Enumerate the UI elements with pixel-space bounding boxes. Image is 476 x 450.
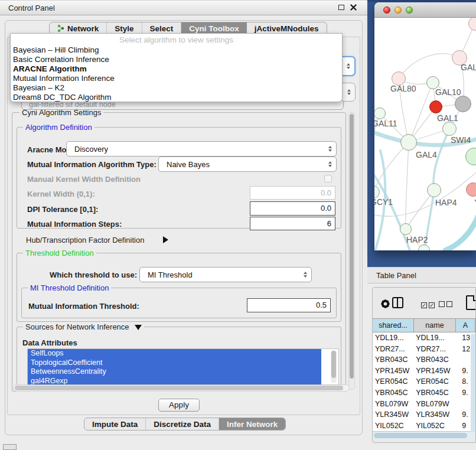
table-cell[interactable]: YPR145W	[413, 366, 455, 377]
network-node-gal1[interactable]	[429, 100, 442, 113]
collapse-down-icon[interactable]	[135, 325, 142, 330]
table-cell[interactable]: YDL19...	[413, 332, 455, 344]
spinner-icon	[347, 89, 351, 95]
tab-infer-network[interactable]: Infer Network	[219, 418, 285, 430]
bottom-tabbar: Impute Data Discretize Data Infer Networ…	[84, 418, 286, 431]
table-row[interactable]: YBL079WYBL079W	[373, 399, 475, 410]
network-window-titlebar[interactable]	[374, 2, 476, 18]
table-panel-title: Table Panel	[376, 271, 416, 280]
aracne-mode-combobox[interactable]: Discovery	[66, 141, 337, 156]
minimize-light-icon[interactable]	[395, 6, 402, 14]
node-label: SWI4	[451, 135, 471, 145]
network-node-hap4[interactable]	[427, 183, 441, 197]
tab-network-label: Network	[67, 24, 99, 33]
tab-style[interactable]: Style	[107, 22, 142, 34]
kernel-width-input[interactable]: 0.0	[250, 186, 335, 200]
table-vertical-scrollbar[interactable]	[471, 334, 475, 432]
network-node-y[interactable]	[466, 182, 476, 197]
gear-icon[interactable]	[380, 298, 391, 311]
table-row[interactable]: YIL052CYIL052C9	[373, 420, 475, 431]
unchecked-pair-icon[interactable]	[439, 300, 454, 309]
network-node-gal4[interactable]	[400, 134, 417, 151]
table-cell[interactable]: YDL19...	[373, 332, 413, 344]
tab-discretize-data[interactable]: Discretize Data	[146, 418, 219, 430]
data-attribute-item[interactable]: TopologicalCoefficient	[28, 358, 321, 368]
column-header-name[interactable]: name	[414, 319, 456, 332]
close-light-icon[interactable]	[383, 6, 390, 14]
split-columns-icon[interactable]	[392, 297, 403, 308]
algorithm-option[interactable]: ARACNE Algorithm	[11, 64, 342, 74]
table-cell[interactable]: YPR145W	[373, 366, 413, 377]
table-cell[interactable]: YDR27...	[413, 344, 455, 355]
algorithm-option[interactable]: Bayesian – K2	[11, 83, 342, 93]
expand-right-icon[interactable]	[163, 236, 168, 243]
tab-cyni-toolbox[interactable]: Cyni Toolbox	[181, 22, 247, 34]
mi-type-combobox[interactable]: Naive Bayes	[158, 156, 337, 172]
table-cell[interactable]: YDR27...	[373, 344, 413, 355]
window-close-icon[interactable]	[350, 4, 357, 11]
table-row[interactable]: YER054CYER054C8.	[373, 376, 475, 387]
network-view-window[interactable]: GAL7GAL80GAL10GAL1GAL11SWI4GAL4GCY1HAP4Y…	[374, 2, 476, 250]
network-canvas[interactable]: GAL7GAL80GAL10GAL1GAL11SWI4GAL4GCY1HAP4Y…	[374, 18, 476, 250]
tab-jactivemnodules[interactable]: jActiveMNodules	[247, 22, 327, 34]
table-row[interactable]: YBR045CYBR045C9.	[373, 387, 475, 399]
table-panel: ✓✓ shared... name A YDL19...YDL19...13YD…	[372, 287, 476, 443]
table-cell[interactable]: YIL052C	[373, 420, 413, 431]
data-attribute-item[interactable]: SelfLoops	[28, 349, 321, 358]
node-label: GAL4	[416, 150, 437, 159]
spinner-icon	[328, 146, 332, 152]
apply-button[interactable]: Apply	[158, 399, 200, 412]
mi-steps-label: Mutual Information Steps:	[27, 220, 122, 229]
sources-title: Sources for Network Inference	[23, 322, 144, 331]
tab-impute-data[interactable]: Impute Data	[84, 418, 146, 430]
which-threshold-combobox[interactable]: MI Threshold	[139, 267, 312, 282]
network-tab-icon	[57, 24, 64, 32]
algorithm-option[interactable]: Dream8 DC_TDC Algorithm	[11, 93, 342, 102]
settings-horizontal-scrollbar[interactable]	[13, 384, 350, 392]
table-cell[interactable]: YBR045C	[413, 387, 455, 399]
window-float-icon[interactable]	[338, 5, 344, 10]
tab-select[interactable]: Select	[142, 22, 182, 34]
column-header-partial[interactable]: A	[456, 319, 475, 332]
table-cell[interactable]: YLR345W	[413, 409, 455, 420]
table-row[interactable]: YBR043CYBR043C	[373, 354, 475, 366]
table-horizontal-scrollbar[interactable]	[373, 431, 475, 439]
zoom-light-icon[interactable]	[406, 6, 413, 14]
table-cell[interactable]: YBL079W	[413, 399, 455, 410]
data-attribute-item[interactable]: gal4RGexp	[28, 377, 321, 386]
column-header-shared-name[interactable]: shared...	[373, 319, 414, 332]
table-cell[interactable]: YLR345W	[373, 409, 413, 420]
bottom-left-widget[interactable]	[3, 444, 17, 450]
algorithm-option[interactable]: Mutual Information Inference	[11, 74, 342, 83]
network-node[interactable]	[455, 96, 471, 112]
manual-kernel-checkbox[interactable]	[324, 175, 332, 182]
network-node-swi4[interactable]	[442, 122, 457, 136]
table-cell[interactable]: YBR043C	[413, 354, 455, 366]
table-panel-titlebar: Table Panel	[367, 267, 476, 283]
table-row[interactable]: YDL19...YDL19...13	[373, 332, 475, 344]
mi-steps-input[interactable]: 6	[250, 217, 335, 230]
table-cell[interactable]: YBL079W	[373, 399, 413, 410]
data-attribute-item[interactable]: BetweennessCentrality	[28, 367, 321, 377]
network-node-hap2[interactable]	[400, 223, 412, 235]
algorithm-option[interactable]: Bayesian – Hill Climbing	[11, 45, 342, 55]
checked-pair-icon[interactable]: ✓✓	[421, 300, 436, 309]
list-vertical-scrollbar[interactable]	[331, 350, 337, 383]
table-body[interactable]: YDL19...YDL19...13YDR27...YDR27...12YBR0…	[373, 332, 475, 431]
data-attributes-list[interactable]: SelfLoopsTopologicalCoefficientBetweenne…	[27, 348, 339, 385]
settings-vertical-scrollbar[interactable]	[348, 112, 355, 390]
table-cell[interactable]: YIL052C	[413, 420, 455, 431]
mi-threshold-input[interactable]: 0.5	[247, 298, 331, 312]
new-document-icon[interactable]	[466, 295, 476, 310]
network-node-gal11[interactable]	[374, 107, 386, 119]
table-cell[interactable]: YBR043C	[373, 354, 413, 366]
algorithm-option[interactable]: Basic Correlation Inference	[11, 55, 342, 64]
table-row[interactable]: YLR345WYLR345W9.	[373, 409, 475, 420]
table-cell[interactable]: YBR045C	[373, 387, 413, 399]
table-row[interactable]: YPR145WYPR145W9.	[373, 366, 475, 377]
table-row[interactable]: YDR27...YDR27...12	[373, 344, 475, 355]
table-cell[interactable]: YER054C	[373, 376, 413, 387]
table-cell[interactable]: YER054C	[413, 376, 455, 387]
dpi-tolerance-input[interactable]: 0.0	[250, 201, 335, 216]
tab-network[interactable]: Network	[50, 22, 107, 34]
